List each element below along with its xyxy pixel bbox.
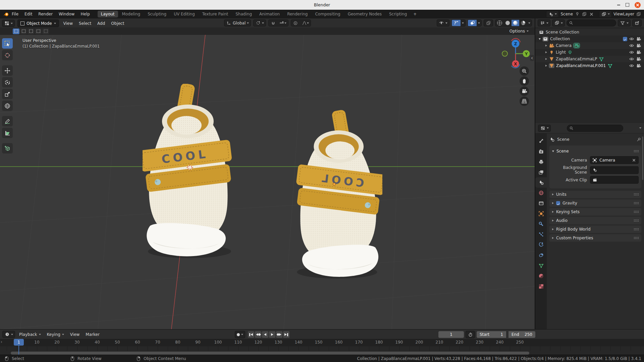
tab-tool[interactable] [535,136,547,146]
expand-icon[interactable] [545,45,547,47]
disable-render-icon[interactable] [636,63,641,68]
tab-uv-editing[interactable]: UV Editing [170,11,198,17]
select-mode-subtract-button[interactable] [28,28,34,34]
new-collection-button[interactable] [632,19,642,26]
proportional-editing-toggle[interactable] [291,20,300,26]
jump-to-end-button[interactable] [283,331,289,338]
use-preview-range-button[interactable] [466,331,475,338]
panel-drag-dots[interactable] [634,193,639,196]
play-button[interactable] [269,331,275,338]
cursor-tool-button[interactable] [2,50,13,60]
tab-compositing[interactable]: Compositing [312,11,343,17]
menu-playback[interactable]: Playback [17,332,43,337]
scene-panel-header[interactable]: Scene [552,147,639,155]
shading-material-button[interactable] [512,20,519,26]
menu-view[interactable]: View [62,21,74,26]
outliner-editor-type-button[interactable] [538,19,550,26]
jump-to-start-button[interactable] [248,331,254,338]
scale-tool-button[interactable] [2,89,13,99]
background-scene-field[interactable] [590,166,639,174]
zoom-button[interactable] [520,66,529,76]
disable-render-icon[interactable] [636,56,641,62]
tab-modifiers[interactable] [535,219,547,229]
panel-drag-dots[interactable] [634,237,639,239]
shading-rendered-button[interactable] [519,20,527,26]
playhead-badge[interactable]: 1 [14,339,24,346]
menu-edit[interactable]: Edit [21,12,35,16]
move-tool-button[interactable] [2,65,13,76]
panel-drag-dots[interactable] [634,219,639,222]
outliner-row-collection[interactable]: Collection [535,36,644,42]
gizmo-options[interactable] [461,20,465,26]
outliner-item-label[interactable]: Light [556,50,566,55]
panel-drag-dots[interactable] [634,228,639,231]
prev-keyframe-button[interactable] [255,331,261,338]
expand-icon[interactable] [545,58,547,60]
panel-drag-dots[interactable] [634,150,639,153]
tab-scripting[interactable]: Scripting [386,11,410,17]
shading-wireframe-button[interactable] [495,20,504,26]
new-scene-icon[interactable] [582,11,587,17]
add-workspace-button[interactable]: + [411,11,419,17]
minimize-icon[interactable] [617,5,620,5]
tab-shading[interactable]: Shading [232,11,255,17]
panel-drag-dots[interactable] [634,210,639,213]
disable-render-icon[interactable] [636,50,641,55]
panel-custom-properties[interactable]: Custom Properties [549,234,641,242]
transform-orientation-selector[interactable]: Global [224,19,251,26]
hide-eye-icon[interactable] [629,56,634,62]
add-cube-tool-button[interactable] [2,143,13,154]
menu-window[interactable]: Window [56,12,77,16]
viewlayer-selector[interactable] [599,11,612,18]
tab-particles[interactable] [535,229,547,240]
tab-object-data[interactable] [535,260,547,271]
panel-drag-dots[interactable] [634,202,639,204]
proportional-falloff-selector[interactable] [300,20,311,26]
outliner-item-label[interactable]: ZapaBlancaEmmaLP [556,57,597,61]
outliner-item-label[interactable]: Scene Collection [546,30,579,35]
snap-toggle[interactable] [269,20,277,26]
tab-modeling[interactable]: Modeling [119,11,144,17]
tab-view-layer[interactable] [535,167,547,177]
expand-icon[interactable] [545,65,547,67]
pivot-point-selector[interactable] [253,19,266,26]
tab-rendering[interactable]: Rendering [284,11,311,17]
menu-add[interactable]: Add [96,21,107,26]
active-clip-field[interactable] [590,176,639,184]
tab-scene[interactable] [535,177,547,188]
panel-gravity[interactable]: Gravity [549,199,641,207]
tab-material[interactable] [535,271,547,281]
timeline-tick-area[interactable] [0,346,644,351]
pin-icon[interactable] [636,137,641,142]
outliner-row-scene-collection[interactable]: Scene Collection [535,29,644,36]
playhead-line[interactable] [18,346,19,355]
shading-solid-button[interactable] [504,20,512,26]
tab-collection[interactable] [535,198,547,208]
transform-tool-button[interactable] [2,101,13,111]
expand-icon[interactable] [545,51,547,53]
ruler-collapse-arrow[interactable]: › [1,340,2,344]
timeline-ruler[interactable]: 10 20 30 40 50 60 70 80 90 100 110 120 1… [0,339,644,346]
editor-type-button[interactable] [2,20,15,27]
unlink-scene-icon[interactable] [589,11,594,17]
timeline-editor-type-button[interactable] [2,331,15,338]
tab-output[interactable] [535,157,547,167]
panel-rigid-body-world[interactable]: Rigid Body World [549,226,641,233]
disable-render-icon[interactable] [636,43,641,48]
overlays-options[interactable] [477,20,481,26]
outliner-item-label[interactable]: ZapaBlancaEmmaLP.001 [556,63,606,68]
outliner-item-label[interactable]: Camera [556,43,572,48]
viewlayer-name[interactable]: ViewLayer [613,12,634,16]
annotate-tool-button[interactable] [2,116,13,126]
panel-keying-sets[interactable]: Keying Sets [549,208,641,216]
object-visibility-selector[interactable] [437,19,449,26]
auto-keying-button[interactable] [235,331,245,338]
properties-scrollbar[interactable] [642,136,643,180]
pin-icon[interactable] [575,11,580,17]
tab-texture-paint[interactable]: Texture Paint [199,11,231,17]
tab-render[interactable] [535,146,547,157]
rotate-tool-button[interactable] [2,77,13,87]
outliner-row-camera[interactable]: Camera [535,42,644,49]
scene-name[interactable]: Scene [560,12,573,16]
menu-object[interactable]: Object [109,21,126,26]
